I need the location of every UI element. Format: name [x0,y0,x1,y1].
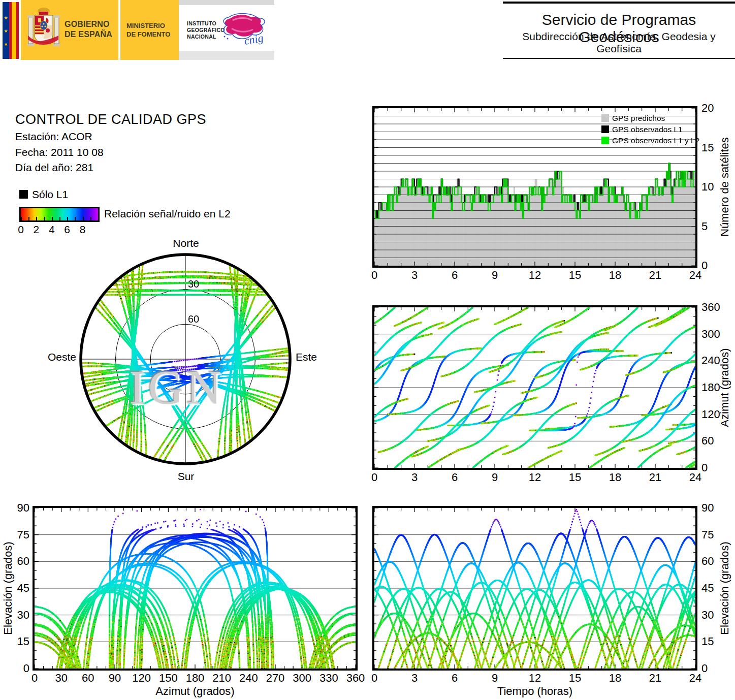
doy-line: Día del año: 281 [15,162,93,174]
azimuth-time-canvas [374,307,695,468]
gobierno-logo-block: GOBIERNO DE ESPAÑA [21,0,118,60]
ylabel-elevation-right: Elevación (grados) [718,542,731,634]
snr-colorbar-label: Relación señal/ruido en L2 [104,208,231,220]
tick-label: 90 [109,673,121,684]
tick-label: 330 [319,673,338,684]
tick-label: 24 [689,472,701,483]
gps-quality-report-page: ★★★ [0,0,735,700]
tick-label: 15 [701,142,714,153]
tick-label: 60 [701,556,714,567]
legend-item-observed-l1l2: GPS observados L1 y L2 [601,135,699,146]
gobierno-line2: DE ESPAÑA [65,29,112,40]
tick-label: 0 [371,270,377,281]
legend-swatch-predicted [601,114,609,122]
spain-flag-red-stripe [16,2,19,59]
elevation-time-chart [372,506,697,671]
gobierno-line1: GOBIERNO [65,19,112,29]
tick-label: 270 [266,673,285,684]
colorbar-tick [83,217,84,220]
tick-label: 18 [609,673,621,684]
colorbar-tick [59,217,60,220]
tick-label: 6 [452,270,458,281]
tick-label: 9 [492,270,498,281]
date-line: Fecha: 2011 10 08 [15,146,104,158]
tick-label: 90 [701,502,714,514]
sky-ring-label-60: 60 [188,313,199,325]
tick-label: 0 [31,673,38,684]
ministerio-line2: DE FOMENTO [126,30,170,39]
tick-label: 30 [17,610,29,621]
sky-label-north: Norte [173,237,199,249]
tick-label: 15 [17,636,29,647]
tick-label: 8 [80,224,86,235]
tick-label: 75 [701,529,714,540]
tick-label: 300 [701,329,720,340]
tick-label: 180 [701,382,720,393]
l1-only-swatch [19,190,28,199]
tick-label: 6 [452,673,458,684]
tick-label: 75 [17,529,29,540]
ministerio-logo-block: MINISTERIO DE FOMENTO [120,0,179,60]
page-title: CONTROL DE CALIDAD GPS [15,112,206,128]
ign-logo-block: INSTITUTO GEOGRÁFICO NACIONAL cnig [179,0,274,60]
tick-label: 24 [689,673,701,684]
tick-label: 360 [701,302,720,313]
tick-label: 120 [132,673,151,684]
xlabel-azimuth: Azimut (grados) [155,685,234,698]
tick-label: 60 [701,435,714,447]
l1-only-label: Sólo L1 [32,188,68,201]
tick-label: 9 [492,673,498,684]
tick-label: 210 [212,673,231,684]
tick-label: 150 [159,673,178,684]
cnig-text: cnig [243,31,265,47]
colorbar-tick [75,217,76,220]
ylabel-satellite-count: Número de satélites [718,137,731,237]
tick-label: 45 [701,583,714,594]
tick-label: 0 [23,663,29,674]
tick-label: 45 [17,583,29,594]
tick-label: 20 [701,103,714,114]
legend-item-predicted: GPS predichos [601,112,699,123]
colorbar-tick [21,217,22,220]
xlabel-time: Tiempo (horas) [497,685,572,698]
satellite-count-legend: GPS predichos GPS observados L1 GPS obse… [601,112,699,146]
eu-stars-icon: ★★★ [3,11,9,51]
tick-label: 9 [492,472,498,483]
tick-label: 0 [371,673,377,684]
tick-label: 21 [649,472,661,483]
eu-flag: ★★★ [3,2,9,59]
ylabel-azimuth: Azimut (grados) [718,348,731,427]
sky-label-south: Sur [178,470,195,483]
tick-label: 60 [17,556,29,567]
tick-label: 3 [411,270,418,281]
azimuth-time-chart [372,305,697,470]
tick-label: 4 [49,224,55,235]
tick-label: 30 [55,673,67,684]
sky-label-west: Oeste [48,351,76,363]
sky-label-east: Este [296,351,317,363]
elevation-azimuth-canvas [35,508,356,669]
tick-label: 300 [293,673,311,684]
legend-swatch-observed-l1l2 [601,137,609,144]
legend-swatch-observed-l1 [601,125,609,133]
tick-label: 12 [529,270,541,281]
tick-label: 0 [701,663,708,674]
tick-label: 15 [701,636,714,647]
service-subtitle: Subdirección de Astronomía, Geodesia y G… [503,30,735,55]
ign-watermark: IGN [129,359,225,416]
tick-label: 240 [239,673,258,684]
title-rule-top [503,2,735,4]
tick-label: 0 [701,462,708,473]
station-line: Estación: ACOR [15,131,92,143]
ministerio-line1: MINISTERIO [126,21,170,30]
tick-label: 21 [649,270,661,281]
colorbar-tick [36,217,37,220]
ministerio-label: MINISTERIO DE FOMENTO [126,21,170,39]
tick-label: 360 [346,673,365,684]
tick-label: 5 [701,221,708,232]
legend-label: GPS observados L1 y L2 [612,137,699,144]
tick-label: 21 [649,673,661,684]
legend-item-observed-l1: GPS observados L1 [601,123,699,135]
tick-label: 3 [411,673,418,684]
tick-label: 60 [82,673,94,684]
